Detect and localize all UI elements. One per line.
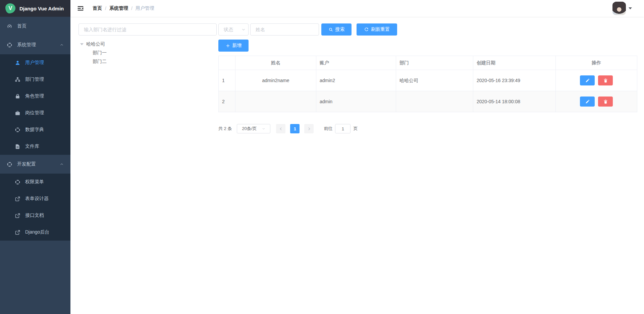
sidebar-item-label: 表单设计器 [25, 196, 49, 202]
user-panel: 搜索 刷新重置 新增 [218, 23, 637, 133]
breadcrumb-system[interactable]: 系统管理 [109, 5, 128, 11]
breadcrumb-current: 用户管理 [136, 5, 154, 11]
lock-icon [15, 93, 20, 99]
tree-node-child[interactable]: 部门二 [78, 57, 217, 66]
breadcrumb-separator: / [105, 6, 106, 11]
pagination: 共 2 条 20条/页 1 前往 [218, 124, 637, 133]
sidebar-submenu-system: 用户管理 部门管理 角色管理 [0, 54, 70, 155]
external-link-icon [15, 196, 20, 202]
topbar: 首页 / 系统管理 / 用户管理 [70, 0, 644, 17]
previous-page-button[interactable] [276, 124, 285, 133]
sidebar-item-user-mgmt[interactable]: 用户管理 [0, 54, 70, 71]
sidebar-item-home[interactable]: 首页 [0, 17, 70, 36]
app-root: V Django Vue Admin 首页 系统管理 [0, 0, 644, 314]
main-area: 首页 / 系统管理 / 用户管理 哈哈公司 [70, 0, 644, 314]
external-link-icon [15, 213, 20, 218]
breadcrumb: 首页 / 系统管理 / 用户管理 [93, 5, 154, 11]
user-menu[interactable] [612, 2, 632, 15]
sidebar-group-dev[interactable]: 开发配置 [0, 155, 70, 174]
goto-page-suffix: 页 [353, 126, 358, 132]
add-user-button[interactable]: 新增 [218, 40, 249, 52]
cell-name [235, 91, 316, 112]
chevron-up-icon [60, 162, 64, 166]
tree-node-root[interactable]: 哈哈公司 [78, 40, 217, 49]
cell-created: 2020-05-16 23:39:49 [473, 70, 556, 91]
sidebar-item-label: 岗位管理 [25, 110, 44, 116]
pencil-icon [585, 99, 590, 104]
edit-row-button[interactable] [580, 75, 595, 85]
table-header-row: 姓名 账户 部门 创建日期 操作 [219, 56, 637, 70]
column-header-account: 账户 [316, 56, 396, 70]
name-filter [250, 23, 319, 36]
org-tree-icon [15, 77, 20, 82]
page-size-select[interactable]: 20条/页 [237, 124, 270, 133]
goto-page-label: 前往 [324, 126, 332, 132]
table-row: 2 admin 2020-05-14 18:00:08 [219, 91, 637, 112]
sidebar: V Django Vue Admin 首页 系统管理 [0, 0, 70, 314]
sidebar-collapse-button[interactable] [74, 0, 87, 17]
sidebar-menu: 首页 系统管理 用户管理 [0, 17, 70, 241]
refresh-reset-button-label: 刷新重置 [371, 26, 390, 33]
filter-bar: 搜索 刷新重置 [218, 23, 637, 36]
logo-letter: V [8, 5, 12, 12]
page-size-value: 20条/页 [242, 126, 257, 132]
breadcrumb-separator: / [131, 6, 132, 11]
column-header-ops: 操作 [556, 56, 637, 70]
department-panel: 哈哈公司 部门一 部门二 [78, 23, 217, 66]
delete-row-button[interactable] [598, 97, 613, 107]
sidebar-item-label: 权限菜单 [25, 179, 44, 185]
chevron-up-icon [60, 43, 64, 47]
delete-row-button[interactable] [598, 75, 613, 85]
sidebar-item-api-doc[interactable]: 接口文档 [0, 207, 70, 224]
sidebar-item-data-dict[interactable]: 数据字典 [0, 121, 70, 138]
tree-expand-icon[interactable] [80, 43, 84, 45]
column-header-index [219, 56, 235, 70]
sidebar-item-django-admin[interactable]: Django后台 [0, 224, 70, 241]
sidebar-item-label: 首页 [17, 23, 26, 29]
goto-page-input[interactable] [335, 124, 351, 133]
next-page-button[interactable] [304, 124, 314, 133]
breadcrumb-home[interactable]: 首页 [93, 5, 102, 11]
sidebar-item-label: 角色管理 [25, 93, 44, 99]
department-filter-input[interactable] [78, 23, 217, 36]
search-button[interactable]: 搜索 [321, 23, 352, 36]
status-select[interactable] [218, 23, 249, 36]
plus-icon [225, 43, 230, 48]
app-title: Django Vue Admin [19, 6, 64, 11]
tree-node-child[interactable]: 部门一 [78, 49, 217, 57]
magnifier-icon [328, 27, 333, 32]
sidebar-item-file-lib[interactable]: 文件库 [0, 138, 70, 155]
department-tree: 哈哈公司 部门一 部门二 [78, 40, 217, 66]
sidebar-item-dept-mgmt[interactable]: 部门管理 [0, 71, 70, 88]
sidebar-item-role-mgmt[interactable]: 角色管理 [0, 88, 70, 105]
sidebar-item-label: 接口文档 [25, 212, 44, 218]
app-logo[interactable]: V Django Vue Admin [0, 0, 70, 17]
sidebar-group-label: 系统管理 [17, 42, 36, 48]
sidebar-item-perm-menu[interactable]: 权限菜单 [0, 174, 70, 190]
chevron-right-icon [307, 127, 311, 131]
avatar[interactable] [612, 2, 626, 15]
cell-account: admin [316, 91, 396, 112]
column-header-name: 姓名 [235, 56, 316, 70]
sidebar-item-label: 用户管理 [25, 60, 44, 66]
cell-dept [396, 91, 473, 112]
fold-icon [77, 5, 84, 12]
chevron-left-icon [279, 127, 283, 131]
edit-row-button[interactable] [580, 97, 595, 107]
sidebar-group-label: 开发配置 [17, 161, 36, 167]
page-number-button[interactable]: 1 [290, 124, 300, 133]
compass-icon [7, 162, 12, 167]
refresh-reset-button[interactable]: 刷新重置 [357, 23, 397, 36]
name-filter-input[interactable] [250, 23, 319, 36]
sidebar-item-form-designer[interactable]: 表单设计器 [0, 190, 70, 207]
status-select-input[interactable] [218, 23, 249, 36]
sidebar-item-post-mgmt[interactable]: 岗位管理 [0, 105, 70, 121]
search-button-label: 搜索 [335, 26, 345, 33]
users-table: 姓名 账户 部门 创建日期 操作 1 admin2name admin2 哈哈公 [218, 56, 637, 112]
column-header-created: 创建日期 [473, 56, 556, 70]
tree-node-label: 部门一 [93, 50, 107, 56]
sidebar-submenu-dev: 权限菜单 表单设计器 接口文档 [0, 174, 70, 241]
sidebar-group-system[interactable]: 系统管理 [0, 36, 70, 54]
trash-icon [603, 78, 608, 83]
dashboard-icon [7, 23, 12, 29]
